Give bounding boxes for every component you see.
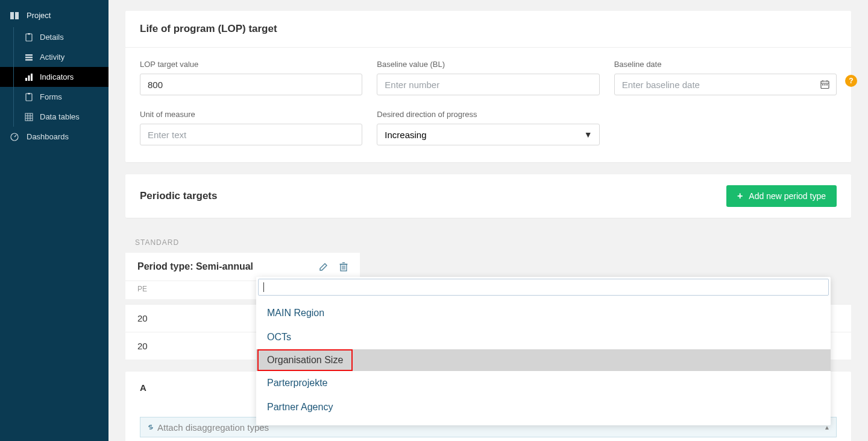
sidebar-item-indicators[interactable]: Indicators <box>0 67 108 87</box>
clipboard-icon <box>24 93 34 101</box>
svg-rect-10 <box>26 94 32 101</box>
gauge-icon <box>10 133 19 141</box>
trash-icon[interactable] <box>339 262 348 271</box>
unit-input[interactable] <box>140 124 362 145</box>
svg-rect-8 <box>28 75 30 81</box>
svg-rect-7 <box>25 78 27 81</box>
svg-rect-6 <box>25 59 33 61</box>
lop-title: Life of program (LOP) target <box>125 11 851 48</box>
add-period-type-label: Add new period type <box>749 191 826 201</box>
period-type-title: Period type: Semi-annual <box>137 261 253 272</box>
lop-card: Life of program (LOP) target LOP target … <box>125 11 851 162</box>
dropdown-option-partner-agency[interactable]: Partner Agency <box>256 395 831 419</box>
add-period-type-button[interactable]: + Add new period type <box>726 185 837 207</box>
table-icon <box>24 113 34 121</box>
direction-select[interactable] <box>377 124 599 145</box>
periodic-title: Periodic targets <box>140 190 218 202</box>
svg-rect-12 <box>25 113 33 121</box>
dropdown-option-organisation-size[interactable]: Organisation Size <box>256 349 831 371</box>
sidebar-item-activity[interactable]: Activity <box>0 47 108 67</box>
svg-rect-1 <box>15 12 19 19</box>
standard-label: STANDARD <box>125 230 851 253</box>
sidebar-item-forms[interactable]: Forms <box>0 87 108 107</box>
svg-rect-4 <box>25 54 33 56</box>
lop-target-group: LOP target value <box>140 60 362 95</box>
lop-target-input[interactable] <box>140 74 362 95</box>
sidebar-dashboards-label: Dashboards <box>27 132 69 141</box>
baseline-date-input[interactable] <box>614 74 837 95</box>
svg-rect-3 <box>28 33 30 34</box>
baseline-value-group: Baseline value (BL) <box>377 60 599 95</box>
link-icon <box>146 423 155 431</box>
sidebar-item-label: Activity <box>40 52 64 62</box>
clipboard-icon <box>24 33 34 42</box>
sidebar-project-label: Project <box>27 11 51 20</box>
attach-placeholder: Attach disaggregation types <box>157 422 269 433</box>
sidebar-item-label: Indicators <box>40 72 74 81</box>
sidebar-item-label: Details <box>40 33 64 42</box>
edit-icon[interactable] <box>319 262 329 271</box>
baseline-date-group: Baseline date <box>614 60 837 95</box>
plus-icon: + <box>737 191 743 201</box>
list-icon <box>24 53 34 62</box>
sidebar-item-data-tables[interactable]: Data tables <box>0 107 108 127</box>
unit-group: Unit of measure <box>140 110 362 145</box>
dropdown-option-octs[interactable]: OCTs <box>256 325 831 349</box>
svg-rect-2 <box>26 34 32 41</box>
project-icon <box>10 11 19 20</box>
direction-label: Desired direction of progress <box>377 110 599 119</box>
baseline-value-input[interactable] <box>377 74 599 95</box>
sidebar-item-label: Data tables <box>40 112 80 121</box>
lop-target-label: LOP target value <box>140 60 362 69</box>
unit-label: Unit of measure <box>140 110 362 119</box>
sidebar-item-label: Forms <box>40 92 62 101</box>
baseline-date-label: Baseline date <box>614 60 837 69</box>
help-label: ? <box>849 77 853 85</box>
dropdown-option-parterprojekte[interactable]: Parterprojekte <box>256 371 831 395</box>
svg-rect-0 <box>10 12 14 19</box>
sidebar-item-details[interactable]: Details <box>0 27 108 47</box>
baseline-value-label: Baseline value (BL) <box>377 60 599 69</box>
sidebar-project[interactable]: Project <box>0 6 108 25</box>
sidebar: Project Details Activity Indicators Form… <box>0 0 108 441</box>
svg-rect-9 <box>31 74 33 81</box>
direction-group: Desired direction of progress ▼ <box>377 110 599 145</box>
dropdown-option-main-region[interactable]: MAIN Region <box>256 301 831 325</box>
help-button[interactable]: ? <box>845 75 857 87</box>
disaggregation-dropdown: MAIN Region OCTs Organisation Size Parte… <box>256 277 831 425</box>
svg-rect-5 <box>25 57 33 59</box>
sidebar-dashboards[interactable]: Dashboards <box>0 127 108 147</box>
periodic-card: Periodic targets + Add new period type <box>125 174 851 218</box>
main-content: Life of program (LOP) target LOP target … <box>108 0 868 441</box>
svg-line-18 <box>14 135 16 137</box>
dropdown-search-input[interactable] <box>258 279 829 296</box>
svg-rect-11 <box>28 93 30 94</box>
dropdown-list: MAIN Region OCTs Organisation Size Parte… <box>256 297 831 425</box>
bar-chart-icon <box>24 73 34 81</box>
